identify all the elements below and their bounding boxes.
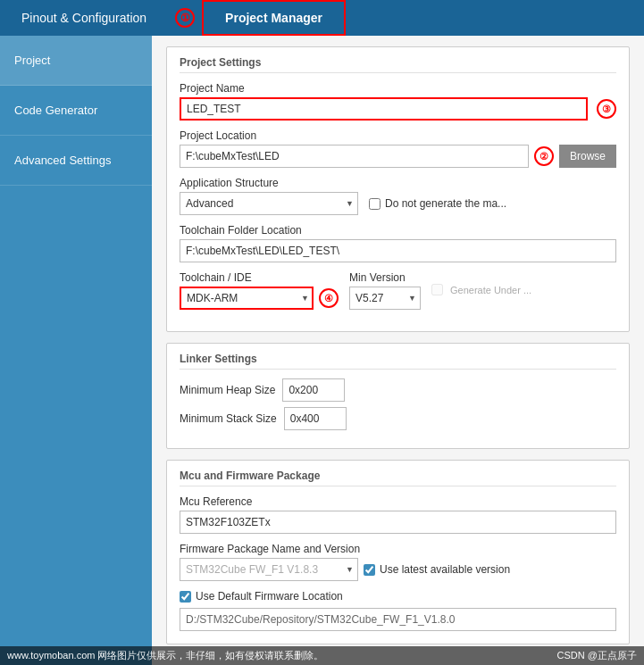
tab-pinout-label: Pinout & Configuration xyxy=(21,11,146,25)
linker-settings-section: Linker Settings Minimum Heap Size Minimu… xyxy=(166,343,630,449)
use-default-fw-label: Use Default Firmware Location xyxy=(196,590,343,603)
min-version-select-wrap: V5.27 V5.26 V5.25 xyxy=(349,287,421,310)
project-settings-title: Project Settings xyxy=(180,56,616,73)
project-location-input[interactable] xyxy=(180,145,529,168)
firmware-pkg-select[interactable]: STM32Cube FW_F1 V1.8.3 xyxy=(180,558,358,581)
use-default-fw-row: Use Default Firmware Location xyxy=(180,590,616,603)
content-area: Project Settings Project Name ③ Project … xyxy=(152,36,644,665)
app-structure-label: Application Structure xyxy=(180,177,616,189)
do-not-generate-label: Do not generate the ma... xyxy=(385,197,506,210)
watermark: www.toymoban.com 网络图片仅供展示，非仔细，如有侵权请联系删除。… xyxy=(0,646,644,665)
firmware-pkg-row: STM32Cube FW_F1 V1.8.3 Use latest availa… xyxy=(180,558,616,581)
fw-location-row xyxy=(180,608,616,631)
top-header: Pinout & Configuration ① Project Manager xyxy=(0,0,644,36)
min-heap-row: Minimum Heap Size xyxy=(180,378,616,402)
toolchain-ide-group: Toolchain / IDE MDK-ARM IAR SW4STM32 ④ xyxy=(180,271,616,310)
linker-settings-title: Linker Settings xyxy=(180,353,616,370)
min-stack-input[interactable] xyxy=(284,407,347,430)
use-default-fw-checkbox[interactable] xyxy=(180,591,191,603)
circle-2-badge: ② xyxy=(534,146,554,166)
min-stack-row: Minimum Stack Size xyxy=(180,407,616,430)
tab-project-manager-label: Project Manager xyxy=(225,11,322,25)
project-location-group: Project Location ② Browse xyxy=(180,129,616,168)
generate-under-label: Generate Under ... xyxy=(450,285,531,295)
watermark-right: CSDN @正点原子 xyxy=(557,649,637,662)
tab-pinout-config[interactable]: Pinout & Configuration xyxy=(0,0,168,36)
sidebar: Project Code Generator Advanced Settings xyxy=(0,36,152,665)
mcu-ref-group: Mcu Reference xyxy=(180,495,616,534)
app-structure-select[interactable]: Advanced Basic xyxy=(180,192,358,215)
project-name-label: Project Name xyxy=(180,82,616,95)
main-layout: Project Code Generator Advanced Settings… xyxy=(0,36,644,665)
circle-1-badge: ① xyxy=(175,8,195,28)
browse-button[interactable]: Browse xyxy=(559,145,616,168)
toolchain-folder-group: Toolchain Folder Location xyxy=(180,224,616,262)
min-version-col: Min Version V5.27 V5.26 V5.25 xyxy=(349,271,421,310)
min-version-label: Min Version xyxy=(349,271,421,284)
tab-project-manager[interactable]: Project Manager xyxy=(202,0,346,36)
toolchain-ide-col: Toolchain / IDE MDK-ARM IAR SW4STM32 ④ xyxy=(180,271,339,310)
app-structure-row: Advanced Basic Do not generate the ma... xyxy=(180,192,616,215)
project-location-label: Project Location xyxy=(180,129,616,142)
min-stack-label: Minimum Stack Size xyxy=(180,412,277,425)
circle-4-badge: ④ xyxy=(319,288,339,308)
firmware-pkg-label: Firmware Package Name and Version xyxy=(180,543,616,555)
mcu-firmware-section: Mcu and Firmware Package Mcu Reference F… xyxy=(166,460,630,644)
app-structure-group: Application Structure Advanced Basic Do … xyxy=(180,177,616,215)
toolchain-folder-input[interactable] xyxy=(180,239,616,262)
project-name-input[interactable] xyxy=(180,97,588,121)
project-name-row: ③ xyxy=(180,97,616,121)
watermark-left: www.toymoban.com 网络图片仅供展示，非仔细，如有侵权请联系删除。 xyxy=(7,649,323,662)
toolchain-ide-row: Toolchain / IDE MDK-ARM IAR SW4STM32 ④ xyxy=(180,271,616,310)
toolchain-folder-label: Toolchain Folder Location xyxy=(180,224,616,237)
project-location-row: ② Browse xyxy=(180,145,616,168)
toolchain-ide-select-wrap: MDK-ARM IAR SW4STM32 xyxy=(180,287,314,310)
min-version-select[interactable]: V5.27 V5.26 V5.25 xyxy=(349,287,421,310)
toolchain-ide-label: Toolchain / IDE xyxy=(180,271,339,284)
project-settings-section: Project Settings Project Name ③ Project … xyxy=(166,46,630,332)
circle-3-badge: ③ xyxy=(597,99,616,119)
sidebar-item-project[interactable]: Project xyxy=(0,36,152,86)
mcu-ref-label: Mcu Reference xyxy=(180,495,616,508)
min-heap-label: Minimum Heap Size xyxy=(180,384,275,396)
use-latest-label: Use latest available version xyxy=(380,563,510,576)
firmware-pkg-group: Firmware Package Name and Version STM32C… xyxy=(180,543,616,581)
sidebar-item-code-generator[interactable]: Code Generator xyxy=(0,86,152,136)
mcu-firmware-title: Mcu and Firmware Package xyxy=(180,470,616,486)
min-heap-input[interactable] xyxy=(282,378,345,402)
fw-location-input[interactable] xyxy=(180,608,616,631)
toolchain-ide-select[interactable]: MDK-ARM IAR SW4STM32 xyxy=(180,287,314,310)
mcu-ref-input[interactable] xyxy=(180,511,616,534)
project-name-group: Project Name ③ xyxy=(180,82,616,121)
do-not-generate-checkbox[interactable] xyxy=(369,198,381,210)
do-not-generate-row: Do not generate the ma... xyxy=(369,197,506,210)
use-latest-checkbox[interactable] xyxy=(364,564,375,576)
use-latest-row: Use latest available version xyxy=(364,563,510,576)
app-structure-select-wrap: Advanced Basic xyxy=(180,192,358,215)
generate-under-checkbox[interactable] xyxy=(431,284,443,295)
sidebar-item-advanced-settings[interactable]: Advanced Settings xyxy=(0,136,152,186)
firmware-pkg-select-wrap: STM32Cube FW_F1 V1.8.3 xyxy=(180,558,358,581)
